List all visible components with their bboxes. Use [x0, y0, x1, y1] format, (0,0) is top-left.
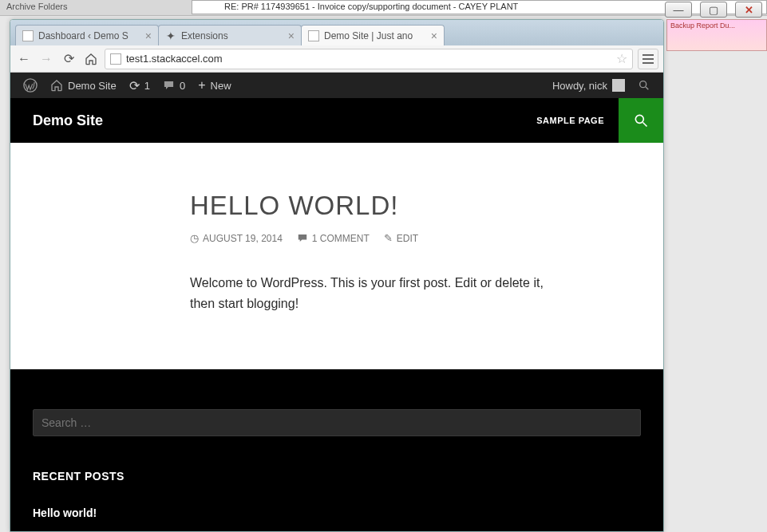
site-link[interactable]: Demo Site	[44, 73, 123, 98]
post-date[interactable]: ◷ AUGUST 19, 2014	[190, 232, 283, 244]
minimize-button[interactable]: —	[665, 2, 692, 18]
post-date-text: AUGUST 19, 2014	[203, 233, 283, 244]
updates-count: 1	[144, 80, 150, 92]
footer-widgets: RECENT POSTS Hello world!	[10, 369, 663, 531]
home-button[interactable]	[82, 50, 100, 68]
tab-close-icon[interactable]: ×	[431, 30, 437, 42]
site-title[interactable]: Demo Site	[33, 112, 103, 129]
comments-count: 0	[180, 80, 185, 92]
background-notification: Backup Report Du...	[666, 19, 767, 51]
tab-demo-site[interactable]: Demo Site | Just ano ×	[301, 25, 445, 45]
user-menu[interactable]: Howdy, nick	[546, 73, 631, 98]
tab-title: Extensions	[181, 30, 283, 41]
main-content: HELLO WORLD! ◷ AUGUST 19, 2014 1 COMMENT…	[10, 143, 663, 369]
svg-point-1	[640, 81, 646, 88]
maximize-button[interactable]: ▢	[700, 2, 727, 18]
updates-link[interactable]: ⟳ 1	[123, 73, 156, 98]
comments-link[interactable]: 0	[156, 73, 192, 98]
url-text: test1.stackaccel.com	[126, 53, 616, 65]
search-icon	[638, 79, 650, 92]
pencil-icon: ✎	[384, 232, 393, 244]
new-content-link[interactable]: + New	[192, 73, 237, 98]
address-bar[interactable]: test1.stackaccel.com ☆	[105, 49, 633, 69]
tab-title: Demo Site | Just ano	[324, 30, 426, 41]
svg-line-2	[646, 87, 648, 89]
svg-line-4	[643, 123, 647, 127]
search-input[interactable]	[42, 416, 632, 429]
reload-button[interactable]: ⟳	[60, 50, 77, 68]
post: HELLO WORLD! ◷ AUGUST 19, 2014 1 COMMENT…	[190, 191, 568, 313]
page-content: Demo Site ⟳ 1 0 + New Howdy, nick	[10, 73, 663, 531]
avatar	[612, 79, 625, 92]
comment-icon	[163, 80, 175, 91]
recent-post-item[interactable]: Hello world!	[33, 503, 641, 522]
tab-dashboard[interactable]: Dashboard ‹ Demo S ×	[15, 25, 159, 45]
post-edit-link[interactable]: ✎ EDIT	[384, 232, 418, 244]
howdy-text: Howdy, nick	[552, 80, 607, 92]
tab-close-icon[interactable]: ×	[288, 30, 295, 42]
recent-posts-list: Hello world!	[33, 503, 641, 522]
refresh-icon: ⟳	[129, 78, 140, 93]
admin-search[interactable]	[631, 73, 657, 98]
browser-menu-button[interactable]	[638, 49, 658, 69]
post-content: Welcome to WordPress. This is your first…	[190, 273, 568, 313]
clock-icon: ◷	[190, 232, 199, 244]
bookmark-star-icon[interactable]: ☆	[616, 51, 627, 66]
tab-extensions[interactable]: ✦ Extensions ×	[158, 25, 302, 45]
back-button[interactable]: ←	[15, 50, 33, 68]
new-label: New	[211, 80, 231, 92]
comment-icon	[297, 233, 308, 243]
wp-admin-bar: Demo Site ⟳ 1 0 + New Howdy, nick	[10, 73, 663, 98]
page-icon	[308, 30, 319, 41]
wp-logo[interactable]	[17, 73, 44, 98]
page-viewport[interactable]: Demo Site ⟳ 1 0 + New Howdy, nick	[10, 73, 663, 531]
plus-icon: +	[198, 78, 205, 93]
tab-strip: Dashboard ‹ Demo S × ✦ Extensions × Demo…	[10, 20, 663, 45]
browser-window: Dashboard ‹ Demo S × ✦ Extensions × Demo…	[10, 19, 664, 532]
page-icon	[110, 53, 121, 65]
tab-close-icon[interactable]: ×	[145, 30, 152, 42]
footer-search[interactable]	[33, 409, 641, 436]
post-comments-text: 1 COMMENT	[312, 233, 370, 244]
site-name-label: Demo Site	[68, 80, 117, 92]
window-controls: — ▢ ✕	[665, 2, 762, 18]
tab-title: Dashboard ‹ Demo S	[38, 30, 140, 41]
puzzle-icon: ✦	[165, 30, 176, 41]
nav-sample-page[interactable]: SAMPLE PAGE	[522, 98, 619, 143]
forward-button[interactable]: →	[38, 50, 55, 68]
post-edit-text: EDIT	[397, 233, 418, 244]
browser-toolbar: ← → ⟳ test1.stackaccel.com ☆	[10, 45, 663, 73]
search-icon	[633, 112, 649, 128]
post-comments-link[interactable]: 1 COMMENT	[297, 233, 370, 244]
recent-posts-title: RECENT POSTS	[33, 470, 641, 483]
site-header: Demo Site SAMPLE PAGE	[10, 98, 663, 143]
close-button[interactable]: ✕	[735, 2, 762, 18]
svg-point-3	[635, 115, 643, 123]
page-icon	[22, 30, 34, 41]
post-meta: ◷ AUGUST 19, 2014 1 COMMENT ✎ EDIT	[190, 232, 568, 244]
search-toggle[interactable]	[619, 98, 663, 143]
post-title[interactable]: HELLO WORLD!	[190, 191, 568, 221]
site-nav: SAMPLE PAGE	[522, 98, 663, 143]
